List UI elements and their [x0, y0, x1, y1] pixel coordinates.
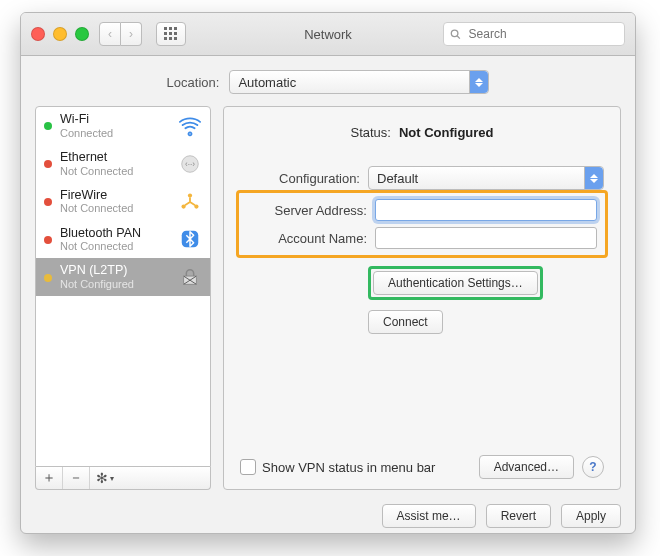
svg-rect-8: [174, 37, 177, 40]
service-status: Not Connected: [60, 165, 170, 177]
sidebar: Wi-Fi Connected Ethernet Not Connected ‹…: [35, 106, 211, 490]
svg-text:‹··›: ‹··›: [185, 160, 195, 169]
nav-back-forward: ‹ ›: [99, 22, 142, 46]
configuration-row: Configuration: Default: [240, 166, 604, 190]
svg-rect-2: [174, 27, 177, 30]
account-name-label: Account Name:: [247, 231, 367, 246]
popup-arrows-icon: [469, 71, 488, 93]
body: Wi-Fi Connected Ethernet Not Connected ‹…: [21, 106, 635, 504]
chevron-down-icon: ▾: [110, 474, 114, 483]
location-popup[interactable]: Automatic: [229, 70, 489, 94]
sidebar-item-bluetooth-pan[interactable]: Bluetooth PAN Not Connected: [36, 221, 210, 259]
svg-rect-4: [169, 32, 172, 35]
help-icon: ?: [589, 460, 596, 474]
assist-me-button[interactable]: Assist me…: [382, 504, 476, 528]
vpn-lock-icon: [178, 265, 202, 289]
advanced-button[interactable]: Advanced…: [479, 455, 574, 479]
location-label: Location:: [167, 75, 220, 90]
titlebar: ‹ › Network: [21, 13, 635, 56]
search-input[interactable]: [467, 26, 618, 42]
bluetooth-icon: [178, 227, 202, 251]
service-status: Not Connected: [60, 202, 170, 214]
status-dot-icon: [44, 198, 52, 206]
service-name: Ethernet: [60, 151, 170, 165]
forward-button[interactable]: ›: [121, 22, 142, 46]
advanced-row: Show VPN status in menu bar Advanced… ?: [240, 455, 604, 479]
search-icon: [450, 28, 461, 40]
connect-row: Connect: [240, 310, 604, 334]
gear-icon: ✻: [96, 470, 108, 486]
configuration-popup[interactable]: Default: [368, 166, 604, 190]
chevron-right-icon: ›: [129, 27, 133, 41]
service-status: Not Connected: [60, 240, 170, 252]
service-name: VPN (L2TP): [60, 264, 170, 278]
service-list: Wi-Fi Connected Ethernet Not Connected ‹…: [35, 106, 211, 467]
sidebar-item-vpn-l2tp[interactable]: VPN (L2TP) Not Configured: [36, 258, 210, 296]
status-value: Not Configured: [399, 125, 494, 140]
back-button[interactable]: ‹: [99, 22, 121, 46]
svg-rect-1: [169, 27, 172, 30]
sidebar-item-ethernet[interactable]: Ethernet Not Connected ‹··›: [36, 145, 210, 183]
svg-rect-5: [174, 32, 177, 35]
service-actions-button[interactable]: ✻▾: [90, 467, 120, 489]
svg-rect-3: [164, 32, 167, 35]
search-field[interactable]: [443, 22, 625, 46]
minus-icon: －: [69, 469, 83, 487]
connect-button[interactable]: Connect: [368, 310, 443, 334]
sidebar-toolbar: ＋ － ✻▾: [35, 467, 211, 490]
svg-point-9: [451, 30, 458, 37]
zoom-window-button[interactable]: [75, 27, 89, 41]
help-button[interactable]: ?: [582, 456, 604, 478]
location-row: Location: Automatic: [21, 56, 635, 106]
server-address-label: Server Address:: [247, 203, 367, 218]
apply-button[interactable]: Apply: [561, 504, 621, 528]
svg-rect-7: [169, 37, 172, 40]
location-value: Automatic: [238, 75, 296, 90]
status-label: Status:: [350, 125, 390, 140]
service-status: Connected: [60, 127, 170, 139]
service-name: Bluetooth PAN: [60, 227, 170, 241]
status-dot-icon: [44, 274, 52, 282]
chevron-left-icon: ‹: [108, 27, 112, 41]
close-window-button[interactable]: [31, 27, 45, 41]
grid-icon: [164, 27, 178, 41]
configuration-label: Configuration:: [240, 171, 360, 186]
account-name-row: Account Name:: [247, 227, 597, 249]
minimize-window-button[interactable]: [53, 27, 67, 41]
auth-settings-button[interactable]: Authentication Settings…: [373, 271, 538, 295]
remove-service-button[interactable]: －: [63, 467, 90, 489]
footer: Assist me… Revert Apply: [21, 504, 635, 534]
show-vpn-in-menubar-label: Show VPN status in menu bar: [262, 460, 435, 475]
configuration-value: Default: [377, 171, 418, 186]
svg-line-10: [457, 36, 460, 39]
server-account-highlight: Server Address: Account Name:: [236, 190, 608, 258]
show-all-button[interactable]: [156, 22, 186, 46]
detail-panel: Status: Not Configured Configuration: De…: [223, 106, 621, 490]
revert-button[interactable]: Revert: [486, 504, 551, 528]
sidebar-item-wifi[interactable]: Wi-Fi Connected: [36, 107, 210, 145]
service-name: Wi-Fi: [60, 113, 170, 127]
window-controls: [31, 27, 89, 41]
status-dot-icon: [44, 160, 52, 168]
show-vpn-in-menubar-row: Show VPN status in menu bar: [240, 459, 435, 475]
popup-arrows-icon: [584, 167, 603, 189]
svg-rect-0: [164, 27, 167, 30]
wifi-icon: [178, 114, 202, 138]
svg-rect-6: [164, 37, 167, 40]
network-prefs-window: ‹ › Network Location: Automatic: [20, 12, 636, 534]
svg-point-13: [188, 193, 192, 197]
ethernet-icon: ‹··›: [178, 152, 202, 176]
add-service-button[interactable]: ＋: [36, 467, 63, 489]
status-dot-icon: [44, 122, 52, 130]
sidebar-item-firewire[interactable]: FireWire Not Connected: [36, 183, 210, 221]
status-row: Status: Not Configured: [240, 125, 604, 140]
account-name-input[interactable]: [375, 227, 597, 249]
plus-icon: ＋: [42, 469, 56, 487]
show-vpn-in-menubar-checkbox[interactable]: [240, 459, 256, 475]
auth-settings-highlight: Authentication Settings…: [368, 266, 543, 300]
service-name: FireWire: [60, 189, 170, 203]
firewire-icon: [178, 190, 202, 214]
vpn-form: Configuration: Default Server Address: A…: [240, 166, 604, 334]
server-address-row: Server Address:: [247, 199, 597, 221]
server-address-input[interactable]: [375, 199, 597, 221]
